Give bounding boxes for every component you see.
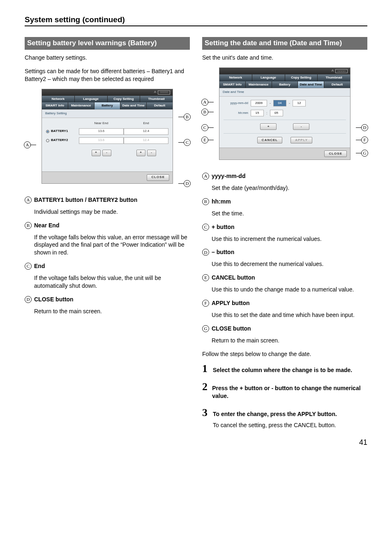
dt-def-A-body: Set the date (year/month/day). [212,184,367,192]
keyboard-icon: ▭▭▭▭ [158,90,170,95]
tab-row-1: Network Language Copy Setting Thumbnail [42,96,173,103]
radio-off-icon [46,139,49,142]
dt-def-B-title: hh:mm [212,198,231,206]
def-letter-A: A [25,197,32,204]
def-B-title: Near End [34,222,59,229]
datetime-intro: Set the unit's date and time. [202,54,367,62]
panel-titlebar: A ▭▭▭▭ [42,89,173,96]
battery-close-button[interactable]: CLOSE [147,174,169,181]
step-3-sub: To cancel the setting, press the CANCEL … [213,421,367,429]
section-datetime-bar: Setting the date and time (Date and Time… [202,37,367,50]
def-D-body: Return to the main screen. [34,308,190,315]
tab-thumbnail[interactable]: Thumbnail [318,74,350,81]
battery2-near-end-value: 13.6 [79,137,124,144]
radio-on-icon [46,130,49,133]
def-D-title: CLOSE button [34,296,74,303]
follow-text: Follow the steps below to change the dat… [202,350,367,358]
field-year[interactable]: 2009 [251,100,267,106]
callout-dt-F: F [361,136,368,143]
dt-def-D-body: Use this to decrement the numerical valu… [212,260,367,268]
field-minute[interactable]: 05 [270,110,283,116]
tab-language[interactable]: Language [252,74,285,81]
field-month[interactable]: 04 [273,100,286,106]
callout-C: C [184,139,191,146]
tab-battery[interactable]: Battery [95,102,121,109]
dt-close-button[interactable]: CLOSE [324,150,347,157]
def-C-title: End [34,262,45,270]
field-hour[interactable]: 15 [251,110,264,116]
dt-def-B-body: Set the time. [212,210,367,217]
tab-copy-setting[interactable]: Copy Setting [285,74,318,81]
tab-date-time[interactable]: Date and Time [120,102,147,109]
dt-def-A-title: yyyy-mm-dd [212,172,245,180]
tab-default[interactable]: Default [324,81,350,88]
def-A-body: Individual settings may be made. [34,208,190,216]
battery2-end-value: 12.4 [124,137,168,144]
callout-dt-A: A [201,99,208,106]
battery-panel: A ▭▭▭▭ Network Language Copy Setting Thu… [42,89,173,184]
def-letter-C: C [25,263,32,270]
battery1-near-end-value[interactable]: 13.6 [79,128,124,135]
battery-panel-wrap: A B C D A ▭▭▭▭ Network Language Copy Set… [25,89,190,184]
datetime-panel: A ▭▭▭▭ Network Language Copy Setting Thu… [219,67,350,160]
callout-dt-D: D [361,124,368,131]
dt-apply-button[interactable]: APPLY [291,137,312,143]
step-1-num: 1 [202,363,213,374]
step-3-text: To enter the change, press the APPLY but… [213,407,337,418]
tab-language[interactable]: Language [75,96,108,103]
tab-date-time[interactable]: Date and Time [298,81,324,88]
field-day[interactable]: 12 [293,100,306,106]
dt-def-F-body: Use this to set the date and time which … [212,311,367,319]
datetime-subheader: Date and Time [219,88,350,97]
callout-A: A [24,141,31,148]
near-end-plus-button[interactable]: + [92,150,101,156]
battery1-end-value[interactable]: 12.4 [124,128,168,135]
page-title: System setting (continued) [25,16,367,26]
tab-network[interactable]: Network [219,74,252,81]
dt-cancel-button[interactable]: CANCEL [257,137,282,143]
battery-intro-2: Settings can be made for two different b… [25,67,190,83]
tab-thumbnail[interactable]: Thumbnail [140,96,173,103]
dt-def-D-title: – button [212,248,234,256]
callout-dt-G: G [361,150,368,157]
section-battery-bar: Setting battery level warnings (Battery) [25,37,190,50]
page-number: 41 [25,437,367,447]
battery1-radio[interactable]: BATTERY1 [46,128,79,135]
tab-smart-info[interactable]: SMART Info [42,102,68,109]
def-B-body: If the voltage falls below this value, a… [34,234,190,257]
tab-maintenance[interactable]: Maintenance [68,102,95,109]
label-yyyymmdd: yyyy-mm-dd [224,101,248,106]
end-minus-button[interactable]: - [147,150,156,156]
dt-def-C-body: Use this to increment the numerical valu… [212,235,367,243]
end-plus-button[interactable]: + [136,150,145,156]
col-near-end: Near End [79,121,124,126]
dt-plus-button[interactable]: + [260,123,277,130]
tab-copy-setting[interactable]: Copy Setting [108,96,141,103]
callout-dt-C: C [201,124,208,131]
callout-dt-E: E [201,136,208,143]
datetime-panel-wrap: A B C D E F G A ▭▭▭▭ Network Language Co… [202,67,367,160]
tab-battery[interactable]: Battery [272,81,298,88]
def-A-title: BATTERY1 button / BATTERY2 button [34,196,137,204]
battery2-radio[interactable]: BATTERY2 [46,137,79,144]
dt-def-G-body: Return to the main screen. [212,337,367,345]
step-1-text: Select the column where the change is to… [213,363,352,374]
tab-row-2: SMART Info Maintenance Battery Date and … [42,102,173,109]
near-end-minus-button[interactable]: - [102,150,111,156]
tab-default[interactable]: Default [147,102,173,109]
dt-def-F-title: APPLY button [212,299,250,307]
callout-D: D [184,180,191,187]
dt-def-C-title: + button [212,223,235,231]
def-letter-D: D [25,296,32,303]
dt-def-E-title: CANCEL button [212,274,255,282]
tab-network[interactable]: Network [42,96,75,103]
battery-subheader: Battery Setting [42,109,173,118]
tab-smart-info[interactable]: SMART Info [219,81,246,88]
panel-titlebar: A ▭▭▭▭ [219,68,350,74]
tab-maintenance[interactable]: Maintenance [246,81,272,88]
battery2-label: BATTERY2 [51,138,68,143]
dt-minus-button[interactable]: - [293,123,309,130]
callout-dt-B: B [201,109,208,116]
dt-def-G-title: CLOSE button [212,325,251,333]
label-hhmm: hh:mm [224,111,248,116]
